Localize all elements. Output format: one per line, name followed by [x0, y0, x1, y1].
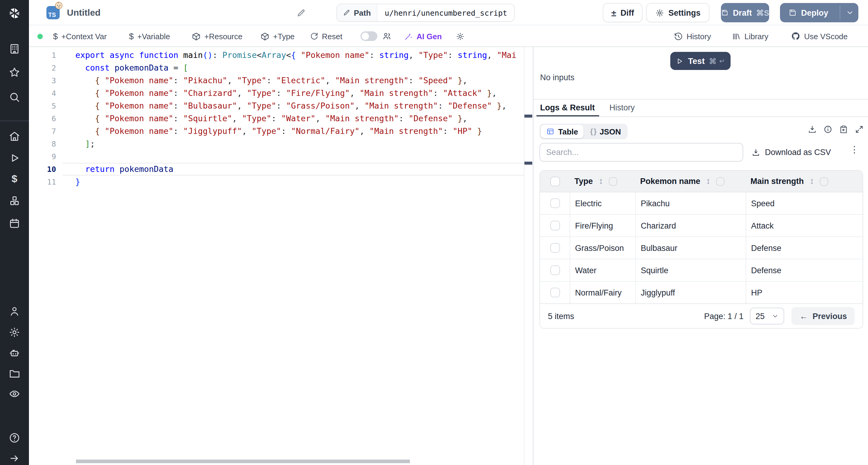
- add-context-var-button[interactable]: $ +Context Var: [53, 25, 107, 47]
- add-variable-button[interactable]: $ +Variable: [129, 25, 170, 47]
- multiplayer-toggle[interactable]: [361, 31, 377, 41]
- table-row: WaterSquirtleDefense: [540, 259, 863, 282]
- tab-logs-result[interactable]: Logs & Result: [540, 103, 595, 112]
- sidebar-schedules-icon[interactable]: [8, 217, 21, 229]
- editor-settings-gear-icon[interactable]: [456, 25, 465, 47]
- table-icon: [546, 127, 555, 136]
- edit-title-pencil-icon[interactable]: [297, 8, 306, 18]
- sidebar-favorites-icon[interactable]: [8, 66, 21, 79]
- code-line[interactable]: 6 { "Pokemon name": "Squirtle", "Type": …: [29, 112, 524, 125]
- test-shortcut: ⌘: [709, 56, 725, 65]
- code-lines[interactable]: 1export async function main(): Promise<A…: [29, 49, 524, 188]
- diff-button[interactable]: ± Diff: [603, 3, 643, 22]
- table-row: ElectricPikachuSpeed: [540, 193, 863, 215]
- tabbar-divider: [533, 116, 868, 117]
- add-type-button[interactable]: +Type: [260, 25, 295, 47]
- code-line[interactable]: 1export async function main(): Promise<A…: [29, 49, 524, 61]
- test-button-label: Test: [688, 56, 705, 66]
- column-filter-box[interactable]: [609, 177, 617, 185]
- sort-icon[interactable]: [808, 177, 815, 185]
- collaborators-icon[interactable]: [382, 25, 392, 47]
- code-line[interactable]: 4 { "Pokemon name": "Charizard", "Type":…: [29, 87, 524, 99]
- view-json-button[interactable]: { } JSON: [585, 125, 626, 138]
- column-filter-box[interactable]: [716, 177, 724, 185]
- editor-toolbar: $ +Context Var $ +Variable +Resource +Ty…: [29, 25, 868, 47]
- sidebar-folders-icon[interactable]: [8, 367, 21, 379]
- sidebar-variables-icon[interactable]: $: [8, 173, 21, 185]
- chevron-down-icon[interactable]: [846, 8, 854, 17]
- row-checkbox[interactable]: [550, 243, 560, 253]
- row-checkbox[interactable]: [550, 221, 560, 230]
- diff-button-label: Diff: [621, 8, 634, 17]
- play-icon: [676, 57, 684, 65]
- code-editor[interactable]: 1export async function main(): Promise<A…: [29, 47, 533, 465]
- library-icon: [732, 32, 741, 41]
- sidebar-search-icon[interactable]: [8, 91, 21, 103]
- deploy-button[interactable]: Deploy: [780, 3, 858, 22]
- clipboard-copy-icon[interactable]: [839, 125, 848, 134]
- table-row: Grass/PoisonBulbasaurDefense: [540, 237, 863, 259]
- view-table-button[interactable]: Table: [541, 125, 584, 138]
- library-button[interactable]: Library: [732, 25, 769, 47]
- sidebar-settings-icon[interactable]: [8, 326, 21, 338]
- sidebar-workers-icon[interactable]: [8, 347, 21, 359]
- dollar-icon: $: [53, 31, 58, 41]
- table-cell: Defense: [746, 259, 863, 281]
- windmill-logo-icon[interactable]: [7, 6, 22, 21]
- page-size-select[interactable]: 25: [750, 308, 784, 324]
- more-options-icon[interactable]: ⋮: [850, 144, 859, 155]
- sidebar-resources-icon[interactable]: [8, 195, 21, 207]
- download-icon[interactable]: [808, 125, 817, 134]
- status-green-dot: [37, 34, 43, 39]
- result-search-input[interactable]: [539, 143, 743, 162]
- sidebar-help-icon[interactable]: [8, 432, 21, 444]
- settings-button[interactable]: Settings: [646, 3, 710, 22]
- braces-icon: { }: [590, 127, 596, 136]
- download-csv-button[interactable]: Download as CSV: [752, 143, 831, 162]
- path-label: Path: [337, 4, 377, 21]
- tab-history[interactable]: History: [610, 103, 635, 112]
- package-icon: [192, 32, 201, 41]
- sidebar-home-icon[interactable]: [8, 130, 21, 142]
- row-checkbox[interactable]: [550, 265, 560, 275]
- column-header-main-strength: Main strength: [746, 171, 863, 192]
- table-cell: Water: [569, 259, 635, 281]
- sort-icon[interactable]: [597, 177, 604, 185]
- code-line[interactable]: 11}: [29, 175, 524, 188]
- code-line[interactable]: 8 ];: [29, 138, 524, 150]
- info-icon[interactable]: [824, 125, 832, 134]
- sidebar-workspace-icon[interactable]: [8, 43, 21, 55]
- code-line[interactable]: 9: [29, 150, 524, 163]
- sidebar-expand-icon[interactable]: [8, 452, 21, 464]
- code-line[interactable]: 3 { "Pokemon name": "Pikachu", "Type": "…: [29, 74, 524, 87]
- draft-button-label: Draft: [733, 8, 752, 17]
- reset-label: Reset: [322, 32, 342, 41]
- deploy-divider: [840, 5, 840, 20]
- use-vscode-button[interactable]: Use VScode: [791, 25, 848, 47]
- add-resource-button[interactable]: +Resource: [192, 25, 242, 47]
- previous-page-button[interactable]: ← Previous: [792, 307, 855, 325]
- column-filter-box[interactable]: [819, 177, 828, 185]
- history-button[interactable]: History: [674, 25, 711, 47]
- select-all-checkbox[interactable]: [550, 176, 560, 186]
- sidebar-runs-icon[interactable]: [8, 152, 21, 164]
- test-button[interactable]: Test ⌘: [670, 52, 731, 70]
- code-line[interactable]: 2 const pokemonData = [: [29, 61, 524, 74]
- view-table-label: Table: [558, 127, 578, 136]
- expand-icon[interactable]: [855, 125, 864, 134]
- sidebar-users-icon[interactable]: [8, 305, 21, 317]
- code-line[interactable]: 10 return pokemonData: [29, 163, 524, 175]
- row-checkbox[interactable]: [550, 198, 560, 208]
- code-line[interactable]: 5 { "Pokemon name": "Bulbasaur", "Type":…: [29, 99, 524, 112]
- line-number: 7: [29, 125, 63, 138]
- sort-icon[interactable]: [705, 177, 712, 185]
- sidebar-audit-logs-icon[interactable]: [8, 388, 21, 400]
- row-checkbox[interactable]: [550, 288, 560, 297]
- draft-button[interactable]: Draft ⌘S: [721, 3, 769, 22]
- ai-gen-button[interactable]: AI Gen: [404, 25, 442, 47]
- reset-button[interactable]: Reset: [310, 25, 342, 47]
- code-line[interactable]: 7 { "Pokemon name": "Jigglypuff", "Type"…: [29, 125, 524, 138]
- path-field[interactable]: Path u/henri/unencumbered_script: [336, 4, 515, 22]
- path-value[interactable]: u/henri/unencumbered_script: [377, 4, 514, 21]
- horizontal-scrollbar[interactable]: [76, 460, 410, 463]
